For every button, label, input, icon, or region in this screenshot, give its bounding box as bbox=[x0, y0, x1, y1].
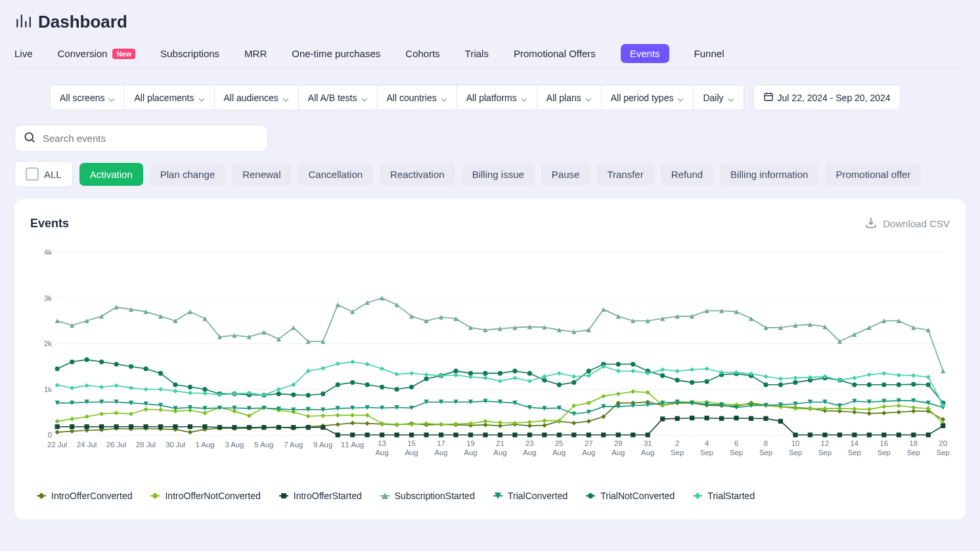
filter-all-screens[interactable]: All screens bbox=[50, 85, 125, 110]
legend-introofferstarted[interactable]: IntroOfferStarted bbox=[279, 491, 362, 501]
tab-trials[interactable]: Trials bbox=[465, 44, 489, 68]
chip-transfer[interactable]: Transfer bbox=[596, 163, 654, 186]
filter-all-countries[interactable]: All countries bbox=[378, 85, 457, 110]
svg-point-143 bbox=[321, 391, 325, 396]
tab-one-time-purchases[interactable]: One-time purchases bbox=[292, 44, 380, 68]
svg-text:3k: 3k bbox=[44, 294, 52, 302]
tab-live[interactable]: Live bbox=[14, 44, 33, 68]
svg-rect-116 bbox=[822, 433, 827, 437]
legend-introofferconverted[interactable]: IntroOfferConverted bbox=[37, 491, 132, 501]
svg-text:7 Aug: 7 Aug bbox=[284, 441, 303, 449]
filter-all-platforms[interactable]: All platforms bbox=[457, 85, 537, 110]
chip-refund[interactable]: Refund bbox=[661, 163, 713, 186]
filter-all-placements[interactable]: All placements bbox=[125, 85, 214, 110]
svg-text:Aug: Aug bbox=[552, 449, 566, 456]
chip-billing-issue[interactable]: Billing issue bbox=[462, 163, 535, 186]
svg-point-183 bbox=[911, 382, 916, 387]
legend-subscriptionstarted[interactable]: SubscriptionStarted bbox=[380, 491, 475, 501]
chart-icon bbox=[14, 12, 32, 32]
legend-trialnotconverted[interactable]: TrialNotConverted bbox=[586, 491, 675, 501]
svg-rect-117 bbox=[837, 433, 842, 437]
tab-mrr[interactable]: MRR bbox=[244, 44, 267, 68]
svg-text:Aug: Aug bbox=[641, 449, 654, 456]
search-box[interactable] bbox=[14, 125, 268, 152]
svg-point-149 bbox=[409, 385, 414, 389]
filter-all-audiences[interactable]: All audiences bbox=[215, 85, 299, 110]
tab-cohorts[interactable]: Cohorts bbox=[405, 44, 440, 68]
svg-point-130 bbox=[129, 364, 133, 368]
svg-text:Aug: Aug bbox=[376, 449, 389, 456]
svg-point-128 bbox=[99, 359, 104, 364]
date-range-picker[interactable]: Jul 22, 2024 - Sep 20, 2024 bbox=[753, 85, 901, 110]
svg-rect-67 bbox=[99, 424, 104, 429]
checkbox[interactable] bbox=[26, 167, 39, 181]
svg-text:Aug: Aug bbox=[523, 449, 536, 456]
svg-point-148 bbox=[395, 387, 399, 391]
legend-introoffernotconverted[interactable]: IntroOfferNotConverted bbox=[150, 491, 260, 501]
tab-subscriptions[interactable]: Subscriptions bbox=[160, 44, 219, 68]
svg-point-140 bbox=[277, 391, 281, 396]
filter-all-plans[interactable]: All plans bbox=[537, 85, 602, 110]
svg-point-161 bbox=[587, 368, 591, 373]
svg-point-163 bbox=[616, 362, 621, 366]
chip-billing-information[interactable]: Billing information bbox=[720, 163, 818, 186]
svg-text:11 Aug: 11 Aug bbox=[341, 441, 364, 449]
svg-text:3 Aug: 3 Aug bbox=[225, 441, 244, 449]
chip-cancellation[interactable]: Cancellation bbox=[298, 163, 374, 186]
events-chart: 01k2k3k4k22 Jul24 Jul26 Jul28 Jul30 Jul1… bbox=[30, 246, 950, 469]
chip-plan-change[interactable]: Plan change bbox=[150, 163, 225, 186]
tabs: LiveConversionNewSubscriptionsMRROne-tim… bbox=[14, 44, 966, 69]
svg-rect-71 bbox=[158, 424, 163, 429]
svg-text:27: 27 bbox=[585, 439, 593, 447]
svg-rect-94 bbox=[498, 433, 502, 437]
svg-rect-91 bbox=[453, 433, 458, 437]
svg-rect-75 bbox=[217, 425, 222, 430]
chip-reactivation[interactable]: Reactivation bbox=[380, 163, 455, 186]
filter-daily[interactable]: Daily bbox=[694, 85, 744, 110]
svg-rect-82 bbox=[321, 425, 325, 430]
svg-rect-68 bbox=[114, 424, 118, 429]
search-input[interactable] bbox=[41, 132, 259, 144]
chip-pause[interactable]: Pause bbox=[541, 163, 590, 186]
filter-all-a-b-tests[interactable]: All A/B tests bbox=[299, 85, 378, 110]
svg-rect-80 bbox=[291, 425, 296, 430]
svg-rect-124 bbox=[941, 424, 945, 428]
chevron-down-icon bbox=[677, 95, 684, 101]
svg-text:1 Aug: 1 Aug bbox=[195, 441, 214, 449]
chevron-down-icon bbox=[441, 95, 447, 101]
svg-point-126 bbox=[70, 359, 74, 364]
tab-promotional-offers[interactable]: Promotional Offers bbox=[514, 44, 596, 68]
svg-rect-87 bbox=[395, 433, 399, 437]
legend-trialconverted[interactable]: TrialConverted bbox=[493, 491, 568, 501]
svg-text:Sep: Sep bbox=[878, 449, 891, 456]
filter-all-period-types[interactable]: All period types bbox=[602, 85, 694, 110]
svg-rect-103 bbox=[631, 433, 635, 437]
svg-text:14: 14 bbox=[851, 439, 859, 447]
chip-activation[interactable]: Activation bbox=[79, 163, 143, 186]
chip-renewal[interactable]: Renewal bbox=[232, 163, 291, 186]
search-icon bbox=[23, 131, 36, 146]
legend-trialstarted[interactable]: TrialStarted bbox=[693, 491, 755, 501]
tab-funnel[interactable]: Funnel bbox=[694, 44, 724, 68]
svg-rect-85 bbox=[365, 433, 370, 437]
svg-rect-122 bbox=[911, 433, 916, 437]
svg-point-184 bbox=[926, 382, 931, 387]
chevron-down-icon bbox=[361, 95, 368, 101]
svg-rect-90 bbox=[439, 433, 443, 437]
chip-all[interactable]: ALL bbox=[14, 161, 73, 187]
svg-point-129 bbox=[114, 362, 118, 366]
chip-promotional-offer[interactable]: Promotional offer bbox=[825, 163, 921, 186]
svg-text:29: 29 bbox=[614, 439, 623, 447]
svg-rect-120 bbox=[881, 433, 886, 437]
tab-conversion[interactable]: ConversionNew bbox=[58, 44, 136, 68]
svg-text:4k: 4k bbox=[44, 248, 52, 256]
download-csv-button[interactable]: Download CSV bbox=[864, 216, 950, 231]
svg-rect-69 bbox=[129, 424, 133, 429]
tab-events[interactable]: Events bbox=[621, 44, 669, 63]
svg-rect-98 bbox=[557, 433, 562, 437]
svg-point-166 bbox=[660, 373, 665, 378]
svg-text:19: 19 bbox=[466, 439, 475, 447]
svg-rect-104 bbox=[646, 433, 650, 437]
events-panel: Events Download CSV 01k2k3k4k22 Jul24 Ju… bbox=[14, 199, 966, 519]
svg-text:Sep: Sep bbox=[848, 449, 861, 456]
